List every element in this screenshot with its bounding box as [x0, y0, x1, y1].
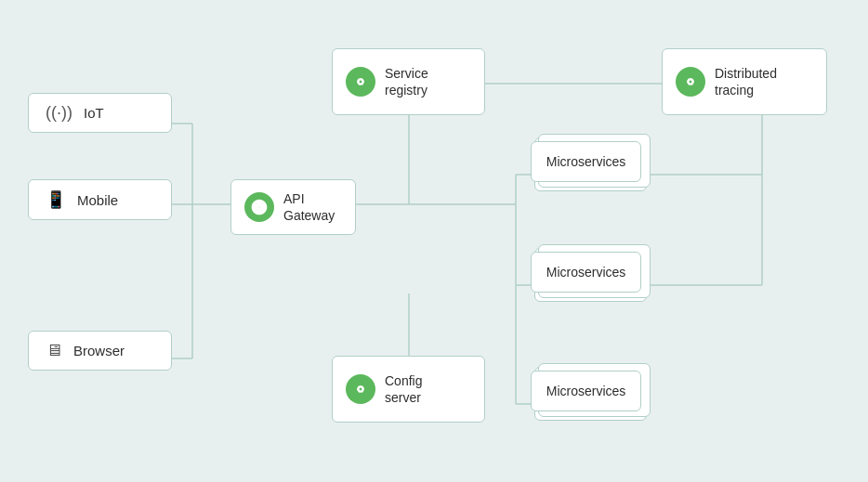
iot-label: IoT [84, 105, 104, 121]
api-gateway-box: API Gateway [230, 179, 356, 235]
config-server-label: Config server [385, 372, 422, 406]
service-registry-label: Service registry [385, 65, 428, 98]
microservices-stack-1: Microservices [531, 141, 641, 193]
browser-label: Browser [73, 343, 125, 358]
service-registry-icon [346, 67, 375, 97]
microservices-3-inner: Microservices [531, 371, 641, 411]
microservices-3-label: Microservices [546, 383, 626, 399]
browser-icon: 🖥 [46, 341, 62, 360]
api-gateway-label: API Gateway [283, 190, 335, 224]
microservices-2-inner: Microservices [531, 252, 641, 293]
config-server-icon [346, 374, 375, 404]
browser-box: 🖥 Browser [28, 331, 172, 371]
distributed-tracing-icon [676, 67, 705, 97]
api-gateway-icon [244, 192, 274, 222]
mobile-label: Mobile [77, 192, 118, 208]
microservices-2-label: Microservices [546, 264, 626, 280]
iot-box: ((·)) IoT [28, 93, 172, 133]
microservices-1-inner: Microservices [531, 141, 641, 182]
distributed-tracing-box: Distributed tracing [662, 48, 827, 115]
config-server-box: Config server [332, 356, 485, 423]
microservices-stack-3: Microservices [531, 371, 641, 423]
mobile-icon: 📱 [46, 189, 66, 210]
diagram: ((·)) IoT 📱 Mobile 🖥 Browser API Gateway [0, 0, 868, 482]
distributed-tracing-label: Distributed tracing [715, 65, 777, 98]
microservices-1-label: Microservices [546, 153, 626, 170]
service-registry-box: Service registry [332, 48, 485, 115]
iot-icon: ((·)) [46, 103, 72, 123]
microservices-stack-2: Microservices [531, 252, 641, 304]
mobile-box: 📱 Mobile [28, 179, 172, 220]
